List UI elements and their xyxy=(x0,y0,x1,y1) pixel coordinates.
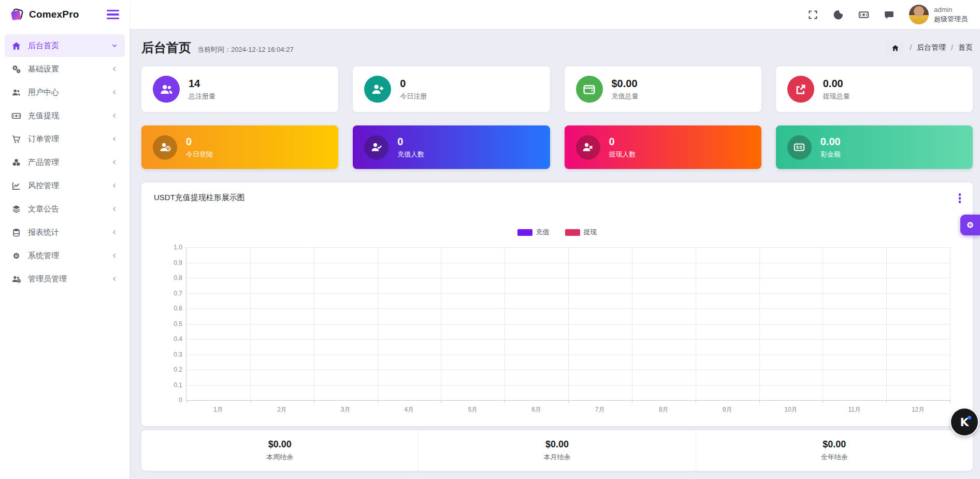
stat-card-充值总量[interactable]: $0.00充值总量 xyxy=(565,66,761,112)
page-header: 后台首页 当前时间：2024-12-12 16:04:27 / 后台管理 / 首… xyxy=(141,39,973,56)
chart-gridline-v xyxy=(950,247,950,400)
x-axis-tick-label: 8月 xyxy=(659,405,669,414)
legend-item-提现[interactable]: 提现 xyxy=(565,228,597,237)
sidebar-item-充值提现[interactable]: 充值提现 xyxy=(5,104,125,127)
summary-col-本月结余: $0.00本月结余 xyxy=(418,430,695,471)
x-axis-tick-label: 9月 xyxy=(723,405,732,414)
brand-badge[interactable]: K xyxy=(951,408,978,435)
page-title: 后台首页 xyxy=(141,39,191,56)
legend-item-充值[interactable]: 充值 xyxy=(517,228,550,237)
topbar: admin 超级管理员 xyxy=(129,0,980,29)
money-icon[interactable] xyxy=(858,9,869,20)
x-axis-tick-label: 12月 xyxy=(912,405,925,414)
sidebar-item-产品管理[interactable]: 产品管理 xyxy=(5,151,125,174)
logo-row: ComexPro xyxy=(0,0,129,29)
chart-gridline-v xyxy=(250,247,251,400)
users-icon xyxy=(11,88,21,97)
summary-col-全年结余: $0.00全年结余 xyxy=(696,430,973,471)
brand-badge-dot-icon xyxy=(968,416,971,419)
sidebar-item-管理员管理[interactable]: 管理员管理 xyxy=(5,267,125,290)
legend-label: 充值 xyxy=(536,228,550,237)
stat-label: 今日注册 xyxy=(400,92,427,101)
stat-value: 14 xyxy=(189,78,215,90)
fullscreen-icon[interactable] xyxy=(808,9,818,20)
x-axis-tick-label: 2月 xyxy=(277,405,287,414)
x-axis-tick xyxy=(886,400,887,403)
sidebar-item-文章公告[interactable]: 文章公告 xyxy=(5,198,125,220)
stat-card-彩金额[interactable]: $0.00彩金额 xyxy=(776,125,973,169)
stat-card-充值人数[interactable]: 0充值人数 xyxy=(353,125,550,169)
users-group-icon xyxy=(153,76,180,103)
sidebar-item-用户中心[interactable]: 用户中心 xyxy=(5,81,125,104)
x-axis-tick-label: 1月 xyxy=(213,405,223,414)
dark-mode-moon-icon[interactable] xyxy=(833,9,844,20)
sidebar-item-label: 订单管理 xyxy=(28,134,104,144)
summary-col-本周结余: $0.00本周结余 xyxy=(141,430,418,471)
chart-card: USDT充值提现柱形展示图 充值提现 00.10.20.30.40.50.60.… xyxy=(141,182,973,426)
time-value: 2024-12-12 16:04:27 xyxy=(231,46,294,53)
chart-legend: 充值提现 xyxy=(154,228,960,237)
stat-value: 0 xyxy=(609,136,636,148)
kebab-menu-icon[interactable] xyxy=(957,192,963,205)
x-axis-tick-label: 4月 xyxy=(405,405,414,414)
y-axis-tick-label: 0.2 xyxy=(162,366,182,373)
stats-row-white: 14总注册量0今日注册$0.00充值总量0.00提现总量 xyxy=(141,66,973,112)
sidebar-item-系统管理[interactable]: 系统管理 xyxy=(5,244,125,267)
reports-icon xyxy=(11,228,21,237)
cart-icon xyxy=(11,134,21,144)
chart-plot-wrap: 00.10.20.30.40.50.60.70.80.91.01月2月3月4月5… xyxy=(160,244,955,420)
breadcrumb-link-home[interactable]: 首页 xyxy=(958,43,973,52)
summary-card: $0.00本周结余$0.00本月结余$0.00全年结余 xyxy=(141,430,973,471)
user-menu[interactable]: admin 超级管理员 xyxy=(909,5,968,24)
chart-title: USDT充值提现柱形展示图 xyxy=(154,193,960,203)
chart-gridline-v xyxy=(378,247,378,400)
settings-gear-button[interactable] xyxy=(960,215,980,235)
sidebar-item-报表统计[interactable]: 报表统计 xyxy=(5,221,125,244)
app-logo[interactable]: ComexPro xyxy=(9,7,79,22)
user-role: 超级管理员 xyxy=(934,15,968,24)
y-axis-tick-label: 0.5 xyxy=(162,320,182,328)
chart-gridline-v xyxy=(568,247,569,400)
home-icon xyxy=(11,41,21,51)
stat-card-提现总量[interactable]: 0.00提现总量 xyxy=(776,66,973,112)
gears-icon xyxy=(11,64,21,74)
app-name: ComexPro xyxy=(29,9,79,20)
hamburger-menu-icon[interactable] xyxy=(107,10,119,19)
x-axis-tick xyxy=(568,400,569,403)
user-x-icon xyxy=(576,135,600,160)
stat-label: 提现总量 xyxy=(823,92,850,101)
sidebar-item-后台首页[interactable]: 后台首页 xyxy=(5,34,125,57)
chart-gridline-v xyxy=(823,247,823,400)
app-logo-icon xyxy=(9,7,25,22)
main-area: admin 超级管理员 后台首页 当前时间：2024-12-12 16:04:2… xyxy=(129,0,980,479)
stat-card-今日登陆[interactable]: 0今日登陆 xyxy=(141,125,338,169)
current-time: 当前时间：2024-12-12 16:04:27 xyxy=(197,45,294,54)
chevron-left-icon xyxy=(111,182,118,189)
summary-label: 本月结余 xyxy=(543,453,570,462)
user-name: admin xyxy=(934,5,968,15)
sidebar-item-订单管理[interactable]: 订单管理 xyxy=(5,128,125,150)
stat-card-提现人数[interactable]: 0提现人数 xyxy=(565,125,761,169)
stat-value: 0 xyxy=(400,78,427,90)
y-axis-tick-label: 0.4 xyxy=(162,335,182,343)
chevron-left-icon xyxy=(111,252,118,259)
stat-card-总注册量[interactable]: 14总注册量 xyxy=(141,66,338,112)
stat-label: 今日登陆 xyxy=(186,150,213,159)
user-check-icon xyxy=(364,135,388,160)
chevron-left-icon xyxy=(111,112,118,119)
breadcrumb-link-admin[interactable]: 后台管理 xyxy=(917,43,946,52)
user-plus-icon xyxy=(364,76,391,103)
admins-icon xyxy=(11,274,21,284)
y-axis-tick-label: 0 xyxy=(162,397,182,404)
chat-icon[interactable] xyxy=(884,9,895,20)
breadcrumb-home-icon[interactable] xyxy=(886,40,904,55)
sidebar-item-风控管理[interactable]: 风控管理 xyxy=(5,174,125,197)
y-axis-tick-label: 0.7 xyxy=(162,290,182,297)
chart-gridline-v xyxy=(314,247,314,400)
y-axis-tick-label: 0.8 xyxy=(162,274,182,281)
breadcrumb-separator: / xyxy=(910,44,912,52)
stat-card-今日注册[interactable]: 0今日注册 xyxy=(353,66,550,112)
x-axis-tick-label: 10月 xyxy=(784,405,797,414)
stat-value: 0 xyxy=(397,136,424,148)
sidebar-item-基础设置[interactable]: 基础设置 xyxy=(5,58,125,80)
